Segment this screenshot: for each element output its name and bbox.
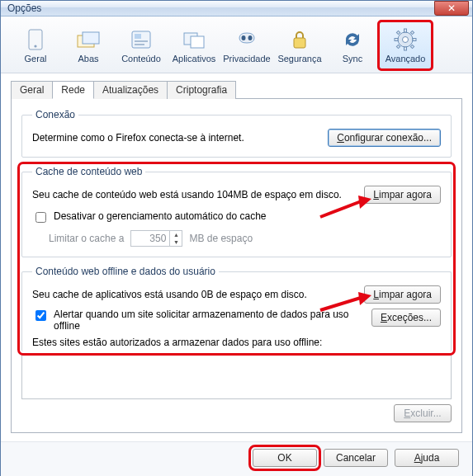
- svg-point-1: [34, 45, 36, 47]
- general-icon: [23, 28, 48, 51]
- help-button[interactable]: Ajuda: [395, 449, 459, 467]
- connection-group: Conexão Determine como o Firefox conecta…: [21, 109, 452, 158]
- toolbar-label: Conteúdo: [121, 54, 161, 64]
- disable-auto-cache-checkbox[interactable]: Desativar o gerenciamento automático do …: [32, 210, 441, 225]
- connection-legend: Conexão: [32, 109, 78, 120]
- toolbar-label: Segurança: [277, 54, 321, 64]
- svg-rect-19: [396, 31, 400, 34]
- cache-limit-spinner[interactable]: ▲▼: [130, 230, 182, 247]
- svg-rect-9: [191, 36, 204, 48]
- toolbar-applications[interactable]: Aplicativos: [168, 21, 220, 69]
- toolbar-general[interactable]: Geral: [9, 21, 62, 69]
- offline-sites-listbox[interactable]: [21, 355, 452, 399]
- ok-button[interactable]: OK: [253, 449, 317, 467]
- toolbar-sync[interactable]: Sync: [326, 21, 379, 69]
- offline-group: Conteúdo web offline e dados do usuário …: [21, 266, 452, 351]
- tab-encryption[interactable]: Criptografia: [167, 81, 236, 99]
- category-toolbar: Geral Abas Conteúdo Aplicativos Privacid…: [1, 16, 472, 73]
- toolbar-label: Abas: [78, 54, 98, 64]
- window-close-button[interactable]: ✕: [434, 1, 469, 16]
- cancel-button[interactable]: Cancelar: [324, 449, 388, 467]
- toolbar-label: Avançado: [385, 54, 426, 64]
- toolbar-content[interactable]: Conteúdo: [115, 21, 168, 69]
- svg-rect-16: [404, 47, 407, 50]
- window-title: Opções: [7, 2, 41, 14]
- svg-point-14: [403, 36, 409, 42]
- options-window: Opções ✕ Geral Abas Conteúdo: [0, 0, 473, 476]
- allowed-sites-label: Estes sites estão autorizados a armazena…: [32, 337, 322, 348]
- webcache-group: Cache de conteúdo web Seu cache de conte…: [21, 166, 452, 257]
- svg-rect-3: [83, 32, 99, 44]
- gear-icon: [393, 28, 418, 51]
- svg-point-11: [248, 35, 253, 40]
- sync-icon: [340, 28, 365, 51]
- webcache-status: Seu cache de conteúdo web está usando 10…: [32, 189, 342, 200]
- privacy-icon: [234, 28, 259, 51]
- svg-rect-12: [294, 38, 305, 48]
- svg-rect-15: [404, 29, 407, 32]
- content-area: Geral Rede Atualizações Criptografia Con…: [1, 73, 472, 441]
- toolbar-privacy[interactable]: Privacidade: [220, 21, 273, 69]
- dialog-footer: OK Cancelar Ajuda: [1, 441, 472, 476]
- cache-limit-input[interactable]: [131, 232, 169, 245]
- chevron-down-icon[interactable]: ▼: [170, 238, 182, 246]
- titlebar: Opções ✕: [1, 1, 472, 16]
- clear-webcache-button[interactable]: Limpar agora: [364, 186, 441, 204]
- toolbar-label: Privacidade: [223, 54, 270, 64]
- svg-rect-5: [135, 34, 141, 39]
- chevron-up-icon[interactable]: ▲: [170, 231, 182, 238]
- connection-desc: Determine como o Firefox conecta-se à in…: [32, 132, 244, 144]
- svg-rect-17: [395, 38, 398, 40]
- webcache-legend: Cache de conteúdo web: [32, 166, 145, 177]
- limit-cache-label: Limitar o cache a: [49, 233, 124, 244]
- svg-rect-6: [135, 40, 148, 42]
- toolbar-label: Geral: [25, 54, 47, 64]
- tab-network[interactable]: Rede: [52, 81, 94, 99]
- exclude-site-button[interactable]: Excluir...: [394, 404, 452, 422]
- lock-icon: [287, 28, 312, 51]
- tab-updates[interactable]: Atualizações: [93, 81, 168, 99]
- offline-status: Seu cache de aplicativos está usando 0B …: [32, 289, 307, 300]
- limit-cache-suffix: MB de espaço: [189, 233, 253, 244]
- toolbar-label: Sync: [343, 54, 362, 64]
- svg-rect-22: [410, 45, 414, 48]
- disable-auto-cache-input[interactable]: [35, 212, 46, 223]
- svg-rect-20: [410, 31, 414, 34]
- close-icon: ✕: [447, 3, 456, 13]
- svg-rect-7: [135, 44, 144, 45]
- tab-body: Conexão Determine como o Firefox conecta…: [11, 98, 462, 433]
- applications-icon: [182, 28, 206, 51]
- toolbar-advanced[interactable]: Avançado: [379, 21, 432, 69]
- exceptions-button[interactable]: Exceções...: [371, 309, 441, 327]
- subtab-strip: Geral Rede Atualizações Criptografia: [11, 80, 462, 98]
- toolbar-label: Aplicativos: [173, 54, 216, 64]
- configure-connection-button[interactable]: Configurar conexão...: [328, 129, 441, 147]
- content-icon: [129, 28, 154, 51]
- toolbar-tabs[interactable]: Abas: [62, 21, 115, 69]
- toolbar-security[interactable]: Segurança: [273, 21, 326, 69]
- offline-legend: Conteúdo web offline e dados do usuário: [32, 266, 219, 277]
- tab-general[interactable]: Geral: [11, 81, 53, 99]
- alert-offline-checkbox[interactable]: Alertar quando um site solicitar armazen…: [32, 309, 362, 332]
- svg-rect-21: [396, 45, 400, 48]
- tabs-icon: [76, 28, 101, 51]
- svg-rect-18: [413, 38, 416, 40]
- clear-appcache-button[interactable]: Limpar agora: [364, 285, 441, 304]
- alert-offline-input[interactable]: [35, 310, 46, 321]
- svg-point-10: [242, 35, 246, 40]
- highlighted-cache-section: Cache de conteúdo web Seu cache de conte…: [21, 166, 452, 351]
